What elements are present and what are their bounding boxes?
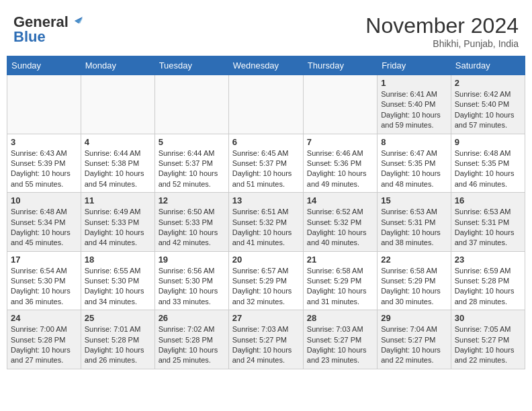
- day-info: Sunrise: 6:57 AM Sunset: 5:29 PM Dayligh…: [232, 266, 300, 308]
- day-info: Sunrise: 7:05 AM Sunset: 5:27 PM Dayligh…: [455, 324, 521, 366]
- calendar-cell: 11Sunrise: 6:49 AM Sunset: 5:33 PM Dayli…: [81, 193, 154, 252]
- logo-bird-icon: [69, 14, 83, 28]
- calendar-cell: 23Sunrise: 6:59 AM Sunset: 5:28 PM Dayli…: [451, 251, 525, 310]
- calendar-cell: 14Sunrise: 6:52 AM Sunset: 5:32 PM Dayli…: [303, 193, 377, 252]
- day-info: Sunrise: 6:54 AM Sunset: 5:30 PM Dayligh…: [11, 266, 77, 308]
- calendar-cell: 25Sunrise: 7:01 AM Sunset: 5:28 PM Dayli…: [81, 310, 154, 369]
- day-info: Sunrise: 6:43 AM Sunset: 5:39 PM Dayligh…: [11, 148, 77, 190]
- calendar-cell: [7, 75, 81, 134]
- calendar-week-row: 3Sunrise: 6:43 AM Sunset: 5:39 PM Daylig…: [7, 134, 525, 193]
- day-info: Sunrise: 6:48 AM Sunset: 5:34 PM Dayligh…: [11, 207, 77, 248]
- calendar-cell: 8Sunrise: 6:47 AM Sunset: 5:35 PM Daylig…: [378, 134, 451, 193]
- day-number: 1: [381, 78, 447, 88]
- day-info: Sunrise: 6:51 AM Sunset: 5:32 PM Dayligh…: [232, 207, 300, 248]
- month-year: November 2024: [365, 13, 519, 38]
- calendar-cell: 6Sunrise: 6:45 AM Sunset: 5:37 PM Daylig…: [228, 134, 303, 193]
- calendar-cell: 24Sunrise: 7:00 AM Sunset: 5:28 PM Dayli…: [7, 310, 81, 369]
- day-header-saturday: Saturday: [451, 56, 525, 75]
- calendar-cell: 15Sunrise: 6:53 AM Sunset: 5:31 PM Dayli…: [378, 193, 451, 252]
- calendar-cell: 4Sunrise: 6:44 AM Sunset: 5:38 PM Daylig…: [81, 134, 154, 193]
- day-info: Sunrise: 6:56 AM Sunset: 5:30 PM Dayligh…: [159, 266, 225, 308]
- day-number: 17: [11, 255, 77, 265]
- day-info: Sunrise: 7:00 AM Sunset: 5:28 PM Dayligh…: [11, 324, 77, 366]
- calendar-cell: 21Sunrise: 6:58 AM Sunset: 5:29 PM Dayli…: [303, 251, 377, 310]
- day-number: 27: [232, 313, 300, 323]
- day-info: Sunrise: 7:03 AM Sunset: 5:27 PM Dayligh…: [232, 324, 300, 366]
- day-header-thursday: Thursday: [303, 56, 377, 75]
- calendar-table: SundayMondayTuesdayWednesdayThursdayFrid…: [7, 56, 525, 369]
- location: Bhikhi, Punjab, India: [365, 38, 519, 49]
- day-number: 26: [159, 313, 225, 323]
- title-block: November 2024 Bhikhi, Punjab, India: [365, 13, 519, 49]
- day-info: Sunrise: 6:52 AM Sunset: 5:32 PM Dayligh…: [307, 207, 373, 248]
- day-info: Sunrise: 6:46 AM Sunset: 5:36 PM Dayligh…: [307, 148, 373, 190]
- day-number: 19: [159, 255, 225, 265]
- calendar-cell: 2Sunrise: 6:42 AM Sunset: 5:40 PM Daylig…: [451, 75, 525, 134]
- calendar-cell: [154, 75, 228, 134]
- calendar-header-row: SundayMondayTuesdayWednesdayThursdayFrid…: [7, 56, 525, 75]
- day-info: Sunrise: 6:49 AM Sunset: 5:33 PM Dayligh…: [85, 207, 151, 248]
- calendar-cell: 22Sunrise: 6:58 AM Sunset: 5:29 PM Dayli…: [378, 251, 451, 310]
- day-info: Sunrise: 6:44 AM Sunset: 5:37 PM Dayligh…: [159, 148, 225, 190]
- day-number: 8: [381, 137, 447, 147]
- day-header-monday: Monday: [81, 56, 154, 75]
- day-number: 28: [307, 313, 373, 323]
- calendar-cell: 7Sunrise: 6:46 AM Sunset: 5:36 PM Daylig…: [303, 134, 377, 193]
- day-header-sunday: Sunday: [7, 56, 81, 75]
- calendar-week-row: 1Sunrise: 6:41 AM Sunset: 5:40 PM Daylig…: [7, 75, 525, 134]
- calendar-cell: 17Sunrise: 6:54 AM Sunset: 5:30 PM Dayli…: [7, 251, 81, 310]
- day-number: 21: [307, 255, 373, 265]
- day-info: Sunrise: 6:58 AM Sunset: 5:29 PM Dayligh…: [307, 266, 373, 308]
- day-info: Sunrise: 7:03 AM Sunset: 5:27 PM Dayligh…: [307, 324, 373, 366]
- calendar-cell: [303, 75, 377, 134]
- calendar-week-row: 24Sunrise: 7:00 AM Sunset: 5:28 PM Dayli…: [7, 310, 525, 369]
- day-number: 29: [381, 313, 447, 323]
- calendar-cell: 20Sunrise: 6:57 AM Sunset: 5:29 PM Dayli…: [228, 251, 303, 310]
- calendar-cell: 30Sunrise: 7:05 AM Sunset: 5:27 PM Dayli…: [451, 310, 525, 369]
- day-header-wednesday: Wednesday: [228, 56, 303, 75]
- calendar-week-row: 10Sunrise: 6:48 AM Sunset: 5:34 PM Dayli…: [7, 193, 525, 252]
- day-header-tuesday: Tuesday: [154, 56, 228, 75]
- calendar-cell: 13Sunrise: 6:51 AM Sunset: 5:32 PM Dayli…: [228, 193, 303, 252]
- calendar-week-row: 17Sunrise: 6:54 AM Sunset: 5:30 PM Dayli…: [7, 251, 525, 310]
- logo: General Blue: [13, 13, 83, 46]
- day-number: 6: [232, 137, 300, 147]
- day-info: Sunrise: 7:02 AM Sunset: 5:28 PM Dayligh…: [159, 324, 225, 366]
- day-info: Sunrise: 7:01 AM Sunset: 5:28 PM Dayligh…: [85, 324, 151, 366]
- day-number: 24: [11, 313, 77, 323]
- day-number: 5: [159, 137, 225, 147]
- day-number: 11: [85, 195, 151, 205]
- day-number: 3: [11, 137, 77, 147]
- calendar-cell: 1Sunrise: 6:41 AM Sunset: 5:40 PM Daylig…: [378, 75, 451, 134]
- day-info: Sunrise: 6:45 AM Sunset: 5:37 PM Dayligh…: [232, 148, 300, 190]
- day-number: 23: [455, 255, 521, 265]
- page-header: General Blue November 2024 Bhikhi, Punja…: [7, 7, 525, 52]
- day-number: 9: [455, 137, 521, 147]
- day-info: Sunrise: 6:50 AM Sunset: 5:33 PM Dayligh…: [159, 207, 225, 248]
- calendar-cell: 16Sunrise: 6:53 AM Sunset: 5:31 PM Dayli…: [451, 193, 525, 252]
- calendar-cell: 10Sunrise: 6:48 AM Sunset: 5:34 PM Dayli…: [7, 193, 81, 252]
- day-info: Sunrise: 6:47 AM Sunset: 5:35 PM Dayligh…: [381, 148, 447, 190]
- calendar-cell: 9Sunrise: 6:48 AM Sunset: 5:35 PM Daylig…: [451, 134, 525, 193]
- calendar-cell: 18Sunrise: 6:55 AM Sunset: 5:30 PM Dayli…: [81, 251, 154, 310]
- calendar-cell: [228, 75, 303, 134]
- day-number: 25: [85, 313, 151, 323]
- day-number: 4: [85, 137, 151, 147]
- day-info: Sunrise: 6:42 AM Sunset: 5:40 PM Dayligh…: [455, 89, 521, 131]
- calendar-cell: 29Sunrise: 7:04 AM Sunset: 5:27 PM Dayli…: [378, 310, 451, 369]
- day-info: Sunrise: 6:53 AM Sunset: 5:31 PM Dayligh…: [455, 207, 521, 248]
- calendar-cell: 26Sunrise: 7:02 AM Sunset: 5:28 PM Dayli…: [154, 310, 228, 369]
- day-info: Sunrise: 6:41 AM Sunset: 5:40 PM Dayligh…: [381, 89, 447, 131]
- calendar-cell: 28Sunrise: 7:03 AM Sunset: 5:27 PM Dayli…: [303, 310, 377, 369]
- day-number: 13: [232, 195, 300, 205]
- calendar-cell: 12Sunrise: 6:50 AM Sunset: 5:33 PM Dayli…: [154, 193, 228, 252]
- calendar-cell: 3Sunrise: 6:43 AM Sunset: 5:39 PM Daylig…: [7, 134, 81, 193]
- day-number: 20: [232, 255, 300, 265]
- day-number: 2: [455, 78, 521, 88]
- calendar-cell: [81, 75, 154, 134]
- day-header-friday: Friday: [378, 56, 451, 75]
- day-info: Sunrise: 6:44 AM Sunset: 5:38 PM Dayligh…: [85, 148, 151, 190]
- day-number: 7: [307, 137, 373, 147]
- day-number: 16: [455, 195, 521, 205]
- day-number: 18: [85, 255, 151, 265]
